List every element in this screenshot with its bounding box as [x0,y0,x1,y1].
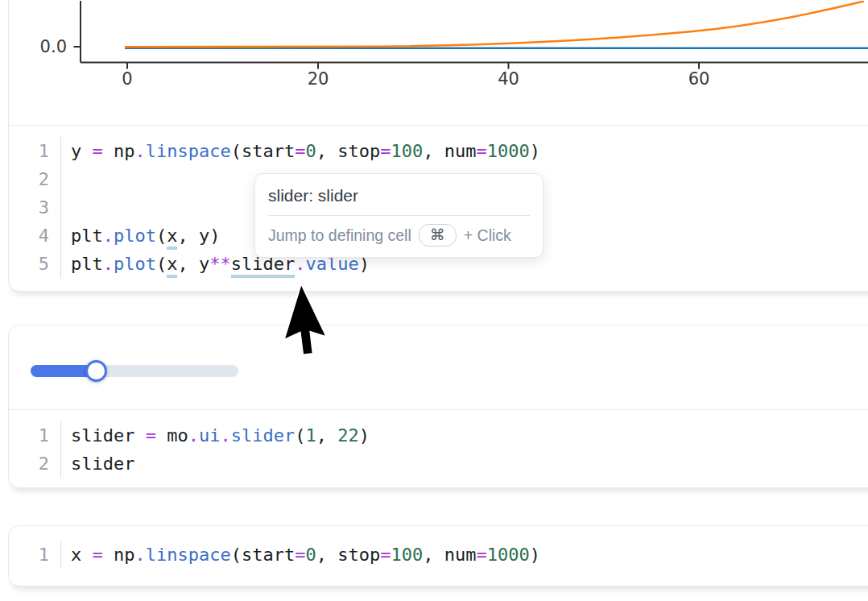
tooltip-title: slider: slider [255,174,543,215]
series-line-orange [125,2,864,48]
code-token: = [295,141,305,161]
code-token: plt [71,254,103,274]
slider-output-area [9,325,868,410]
line-number: 3 [9,193,60,222]
code-token: slider [71,425,146,446]
command-key-icon: ⌘ [419,224,457,247]
code-token: , num [423,141,476,161]
code-token: slider [71,454,134,474]
code-token: 1000 [487,141,530,161]
code-token: 100 [391,545,423,565]
notebook-cell-x: 1x = np.linspace(start=0, stop=100, num=… [8,525,868,586]
tooltip-key-suffix: + Click [464,226,511,245]
code-token: (start [231,141,295,161]
code-token: = [146,425,156,446]
code-token: , stop [316,545,380,565]
command-key-glyph: ⌘ [430,226,445,244]
code-row[interactable]: 1slider = mo.ui.slider(1, 22) [9,421,868,450]
code-token: 0 [305,141,316,161]
matplotlib-figure: 0.0 0 20 40 60 [9,1,868,126]
code-token: , [316,425,338,446]
code-token: = [380,545,391,565]
line-number: 4 [9,222,60,250]
slider[interactable] [31,360,238,383]
code-token: linspace [146,141,231,161]
reactive-variable-token[interactable]: x [167,254,177,278]
y-tick-label: 0.0 [40,37,67,56]
code-token: ** [209,254,231,274]
x-tick-label: 60 [688,69,710,89]
code-token: = [380,141,391,161]
x-tick-label: 0 [122,69,132,89]
code-editor-slider-cell[interactable]: 1slider = mo.ui.slider(1, 22)2slider [9,410,868,478]
code-token: , y [177,254,209,274]
code-token: plt [71,226,103,246]
code-token: . [103,254,114,274]
code-line[interactable]: slider [60,450,868,478]
line-number: 1 [9,421,60,450]
code-token: x [71,545,93,565]
code-token: . [220,425,230,446]
code-token: = [295,545,305,565]
line-number: 5 [9,250,60,278]
code-token: ) [359,425,370,446]
notebook-cell-slider: 1slider = mo.ui.slider(1, 22)2slider [8,325,868,488]
code-token: . [135,141,146,161]
code-token: np [103,141,135,161]
code-line[interactable]: slider = mo.ui.slider(1, 22) [60,421,868,450]
code-token: . [135,545,146,565]
x-tick-label: 40 [498,69,519,89]
code-token: mo [156,425,188,446]
code-token: = [93,545,103,565]
code-token: plot [114,226,156,246]
code-token: 100 [391,141,423,161]
code-editor-x-cell[interactable]: 1x = np.linspace(start=0, stop=100, num=… [9,526,868,569]
code-token: slider [231,425,295,446]
code-token: = [476,141,486,161]
code-token: 1000 [487,545,530,565]
tooltip-action-label: Jump to defining cell [268,226,411,245]
line-number: 2 [9,165,60,193]
code-token: 22 [337,425,359,446]
x-tick-label: 20 [308,69,329,89]
code-token: ui [199,425,221,446]
code-token: linspace [146,545,231,565]
reactive-variable-token[interactable]: x [167,226,177,250]
line-number: 2 [9,450,60,478]
slider-thumb[interactable] [85,360,107,382]
line-number: 1 [9,137,60,165]
code-token: = [476,545,486,565]
code-token: y [71,141,93,161]
code-token: plot [114,254,156,274]
code-row[interactable]: 1x = np.linspace(start=0, stop=100, num=… [9,541,868,569]
code-line[interactable]: y = np.linspace(start=0, stop=100, num=1… [60,137,868,165]
code-token: , stop [316,141,380,161]
code-token: 0 [305,545,316,565]
code-token: ( [156,226,167,246]
code-token: ( [295,425,305,446]
code-token: ( [156,254,167,274]
code-token: = [93,141,103,161]
code-token: , y) [177,226,220,246]
code-row[interactable]: 1y = np.linspace(start=0, stop=100, num=… [9,137,868,165]
code-token: . [103,226,114,246]
code-row[interactable]: 2slider [9,450,868,478]
code-token: np [103,545,135,565]
tooltip-action-row: Jump to defining cell ⌘ + Click [255,216,543,257]
code-line[interactable]: x = np.linspace(start=0, stop=100, num=1… [60,541,868,569]
code-token: ) [530,545,540,565]
code-token: . [188,425,199,446]
code-token: (start [231,545,295,565]
code-token: ) [530,141,540,161]
line-number: 1 [9,541,60,569]
plot-output-area: 0.0 0 20 40 60 [9,0,868,126]
code-token: 1 [305,425,316,446]
code-token: , num [423,545,476,565]
variable-hover-tooltip: slider: slider Jump to defining cell ⌘ +… [254,173,544,258]
